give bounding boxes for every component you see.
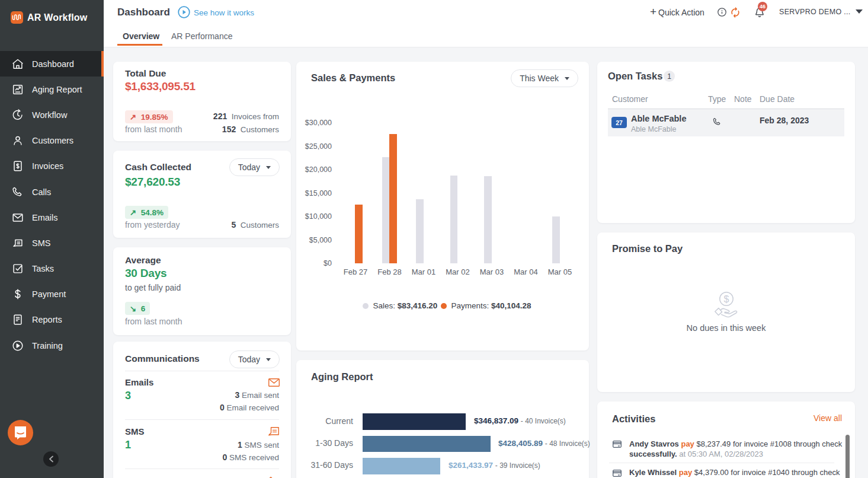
svg-text:$: $ [724,294,729,304]
